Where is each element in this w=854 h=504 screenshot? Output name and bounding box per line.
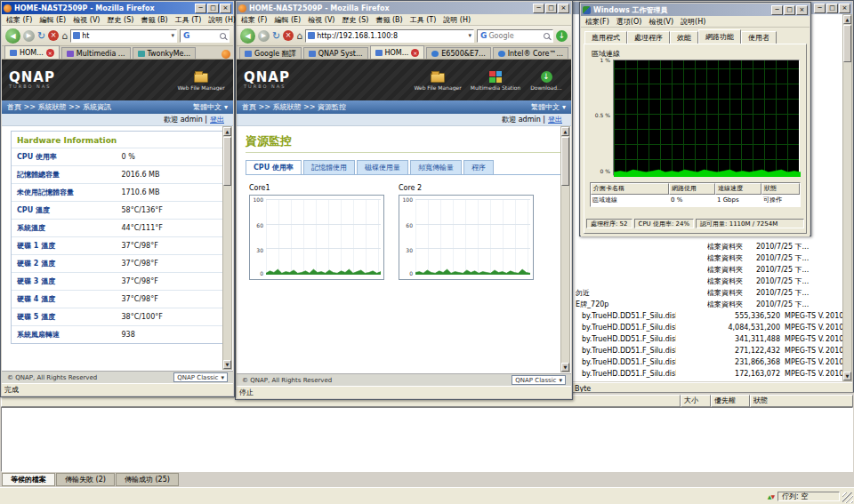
tab-disk-usage[interactable]: 磁碟使用量 <box>357 160 408 174</box>
transfer-queue-app[interactable]: 大小 優先權 狀態 等候的檔案 傳輸失敗 (2) 傳輸成功 (25) ▲▼ 佇列… <box>0 392 854 504</box>
menu-item[interactable]: 選項(O) <box>616 17 642 27</box>
search-input[interactable] <box>488 31 542 41</box>
scroll-up-icon[interactable]: ▲ <box>843 15 851 24</box>
scrollbar-thumb[interactable] <box>843 25 851 62</box>
browser-tab[interactable]: Multimedia ... <box>61 47 131 59</box>
menu-item[interactable]: 說明 (H) <box>208 15 236 25</box>
tab-users[interactable]: 使用者 <box>741 31 777 44</box>
skin-selector[interactable]: QNAP Classic ▾ <box>173 372 228 382</box>
folder-name[interactable]: 勿近 <box>576 287 705 299</box>
minimize-button[interactable]: ─ <box>814 4 826 13</box>
browser-tab[interactable]: TwonkyMe... <box>133 47 197 59</box>
adapter-row[interactable]: 區域連線 0 % 1 Gbps 可操作 <box>591 195 800 206</box>
scrollbar-thumb[interactable] <box>223 137 231 186</box>
minimize-button[interactable]: ─ <box>771 5 783 15</box>
tab-memory-usage[interactable]: 記憶體使用 <box>303 160 355 174</box>
back-button[interactable]: ◀ <box>5 28 20 44</box>
home-button[interactable]: ⌂ <box>61 31 68 41</box>
shortcut-multimedia-station[interactable]: Multimedia Station <box>471 70 520 91</box>
menu-item[interactable]: 檔案(F) <box>585 17 609 27</box>
page-scrollbar[interactable]: ▲ ▼ <box>222 126 232 370</box>
url-input[interactable] <box>317 31 466 41</box>
maximize-button[interactable]: □ <box>826 4 838 13</box>
tab-processes[interactable]: 處理程序 <box>627 31 670 44</box>
browser-tab[interactable]: Google 翻譯 <box>239 47 302 59</box>
reload-button[interactable]: ↻ <box>37 31 45 41</box>
minimize-button[interactable]: ─ <box>533 4 544 13</box>
scrollbar-thumb[interactable] <box>561 137 569 186</box>
folder-name[interactable]: E牌_720p <box>576 299 705 310</box>
forward-button[interactable]: ▶ <box>23 30 35 42</box>
menu-item[interactable]: 檢視 (V) <box>73 15 100 25</box>
file-name[interactable]: by.TrueHD.DD51.F_Silu.disk1.ts <box>582 310 676 322</box>
reload-button[interactable]: ↻ <box>272 31 280 41</box>
scroll-down-icon[interactable]: ▼ <box>561 363 569 372</box>
menu-item[interactable]: 編輯 (E) <box>39 15 66 25</box>
search-box[interactable]: G <box>477 29 553 43</box>
tab-close-icon[interactable]: × <box>46 49 54 57</box>
firefox-title-bar[interactable]: HOME-NAST2509P - Mozilla Firefox ─ □ × <box>2 2 233 14</box>
menu-item[interactable]: 歷史 (S) <box>108 15 134 25</box>
file-name[interactable]: by.TrueHD.DD51.F_Silu.disk2.ts <box>582 322 676 333</box>
maximize-button[interactable]: □ <box>545 4 557 13</box>
menu-item[interactable]: 編輯 (E) <box>274 15 301 25</box>
tab-bandwidth[interactable]: 頻寬傳輸量 <box>410 160 462 174</box>
shortcut-web-file-manager[interactable]: Web File Manager <box>413 70 463 91</box>
browser-tab[interactable]: Intel® Core™... <box>493 47 568 59</box>
close-button[interactable]: × <box>558 4 569 13</box>
menu-item[interactable]: 檢視 (V) <box>308 15 334 25</box>
tab-process[interactable]: 程序 <box>463 160 494 174</box>
menu-item[interactable]: 檔案 (F) <box>6 15 32 25</box>
shortcut-web-file-manager[interactable]: Web File Manager <box>176 70 226 91</box>
language-selector[interactable]: 繁體中文 ▾ <box>193 102 228 112</box>
close-button[interactable]: × <box>220 4 231 13</box>
firefox-window-system-info[interactable]: HOME-NAST2509P - Mozilla Firefox ─ □ × 檔… <box>0 0 235 397</box>
file-name[interactable]: by.TrueHD.DD51.F_Silu.disk5.ts <box>582 356 676 368</box>
tab-close-icon[interactable]: × <box>411 49 419 57</box>
tab-cpu-usage[interactable]: CPU 使用率 <box>246 160 302 174</box>
skin-selector[interactable]: QNAP Classic ▾ <box>512 375 566 385</box>
home-button[interactable]: ⌂ <box>296 31 302 41</box>
column-network-usage[interactable]: 網路使用 <box>669 183 715 195</box>
menu-item[interactable]: 工具 (T) <box>175 15 202 25</box>
file-name[interactable]: by.TrueHD.DD51.F_Silu.disk3.ts <box>582 333 676 345</box>
firefox-window-resource-monitor[interactable]: HOME-NAST2509P - Mozilla Firefox ─ □ × 檔… <box>235 0 573 400</box>
url-dropdown-icon[interactable]: ▾ <box>468 32 471 39</box>
shortcut-download-station[interactable]: ↓ Download... <box>528 70 564 91</box>
maximize-button[interactable]: □ <box>784 5 795 15</box>
task-manager-title-bar[interactable]: Windows 工作管理員 ─ □ × <box>581 4 810 16</box>
scroll-up-icon[interactable]: ▲ <box>561 127 569 136</box>
menu-item[interactable]: 檢視(V) <box>649 17 673 27</box>
tab-applications[interactable]: 應用程式 <box>584 31 627 44</box>
forward-button[interactable]: ▶ <box>258 30 270 42</box>
column-adapter-name[interactable]: 介面卡名稱 <box>591 183 669 195</box>
scroll-up-icon[interactable]: ▲ <box>223 127 231 136</box>
tab-failed-transfers[interactable]: 傳輸失敗 (2) <box>56 473 115 486</box>
page-scrollbar[interactable]: ▲ ▼ <box>560 126 570 372</box>
adapter-table[interactable]: 介面卡名稱 網路使用 連線速度 狀態 區域連線 0 % 1 Gbps 可操作 <box>590 182 801 207</box>
address-bar[interactable]: ▾ <box>305 29 474 43</box>
queue-column-size[interactable]: 大小 <box>681 395 711 407</box>
menu-item[interactable]: 說明 (H) <box>443 15 471 25</box>
stop-button[interactable]: × <box>48 30 59 41</box>
queue-column-status[interactable]: 狀態 <box>750 395 853 407</box>
resize-grip[interactable] <box>842 492 853 503</box>
queue-list[interactable] <box>1 407 853 472</box>
menu-item[interactable]: 工具 (T) <box>410 15 437 25</box>
file-name[interactable]: by.TrueHD.DD51.F_Silu.disk4.ts <box>582 345 676 356</box>
menu-item[interactable]: 書籤 (B) <box>375 15 402 25</box>
search-box[interactable]: G <box>180 29 230 43</box>
search-input[interactable] <box>191 31 218 41</box>
browser-tab[interactable]: QNAP Syst... <box>303 47 368 59</box>
download-manager-icon[interactable]: ↓ <box>556 30 568 42</box>
scroll-down-icon[interactable]: ▼ <box>843 372 851 380</box>
tab-performance[interactable]: 效能 <box>670 31 698 44</box>
explorer-scrollbar[interactable]: ▲ ▼ <box>842 14 852 381</box>
browser-tab-active[interactable]: HOM... × <box>4 45 60 59</box>
tab-successful-transfers[interactable]: 傳輸成功 (25) <box>116 473 179 486</box>
menu-item[interactable]: 書籤 (B) <box>141 15 167 25</box>
stop-button[interactable]: × <box>283 30 294 41</box>
task-manager-window[interactable]: Windows 工作管理員 ─ □ × 檔案(F)選項(O)檢視(V)說明(H)… <box>579 2 811 236</box>
menu-item[interactable]: 檔案 (F) <box>241 15 267 25</box>
browser-tab-active[interactable]: HOM... × <box>370 45 425 59</box>
